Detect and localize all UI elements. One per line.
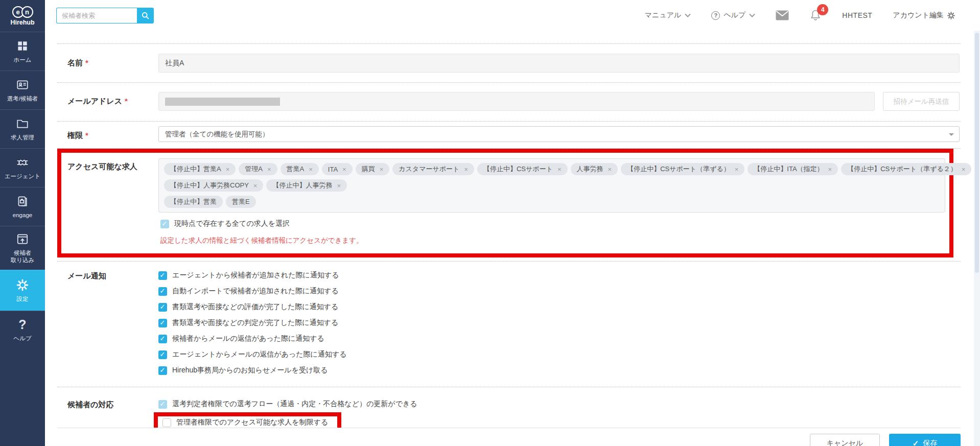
sidebar-item-job-management[interactable]: 求人管理	[0, 109, 45, 148]
save-button[interactable]: 保存	[889, 434, 961, 446]
mail-option-checkbox[interactable]: 書類選考や面接などの評価が完了した際に通知する	[158, 302, 961, 312]
sidebar-item-engage[interactable]: engage	[0, 187, 45, 226]
name-input[interactable]	[158, 54, 960, 73]
help-menu[interactable]: ヘルプ	[711, 11, 755, 20]
job-tag: 【停止中】営業A	[164, 163, 236, 175]
checkbox-unchecked-icon[interactable]	[162, 418, 171, 427]
sidebar-item-selection-candidates[interactable]: 選考/候補者	[0, 71, 45, 109]
selection-flow-update-checkbox[interactable]: 選考判定者権限での選考フロー（通過・内定・不合格など）の更新ができる	[158, 400, 961, 409]
select-all-jobs-label: 現時点で存在する全ての求人を選択	[174, 219, 290, 228]
main-content: 名前* メールアドレス* 招待メール再送信	[45, 31, 974, 446]
vertical-scrollbar[interactable]	[974, 31, 980, 446]
remove-tag-icon[interactable]	[309, 166, 313, 173]
sidebar-item-label: ホーム	[13, 56, 31, 63]
name-label-text: 名前	[67, 58, 83, 67]
manual-menu[interactable]: マニュアル	[645, 11, 691, 20]
logo-circle-n: n	[21, 6, 33, 18]
sidebar-item-label: 選考/候補者	[7, 95, 38, 102]
account-edit-form: 名前* メールアドレス* 招待メール再送信	[57, 43, 961, 446]
remove-tag-icon[interactable]	[226, 166, 230, 173]
sidebar-item-home[interactable]: ホーム	[0, 32, 45, 71]
sidebar-item-help[interactable]: ? ヘルプ	[0, 311, 45, 349]
save-button-label: 保存	[923, 439, 937, 446]
notifications-button[interactable]: 4	[809, 9, 822, 22]
sidebar-item-label: 候補者 取り込み	[11, 249, 35, 264]
checkbox-checked-disabled-icon[interactable]	[160, 220, 169, 228]
permission-label-text: 権限	[67, 131, 83, 139]
job-tag: 購買	[356, 163, 390, 175]
mail-option-label: 自動インポートで候補者が追加された際に通知する	[172, 287, 339, 296]
checkbox-checked-icon[interactable]	[158, 335, 167, 343]
accessible-jobs-row: アクセス可能な求人 【停止中】営業A 管理A 営業A ITA 購買 カスタマーサ…	[57, 149, 961, 262]
remove-tag-icon[interactable]	[608, 166, 612, 173]
remove-tag-icon[interactable]	[962, 166, 966, 173]
job-tag: 営業E	[226, 196, 256, 208]
permission-select[interactable]: 管理者（全ての機能を使用可能）	[158, 126, 960, 142]
account-edit-button[interactable]: アカウント編集	[893, 11, 955, 20]
remove-tag-icon[interactable]	[342, 166, 346, 173]
resend-invite-button[interactable]: 招待メール再送信	[883, 92, 960, 111]
sidebar-item-agent[interactable]: エージェント	[0, 148, 45, 187]
remove-tag-icon[interactable]	[267, 166, 271, 173]
job-tags-box[interactable]: 【停止中】営業A 管理A 営業A ITA 購買 カスタマーサポート 【停止中】C…	[158, 158, 945, 213]
checkbox-checked-icon[interactable]	[158, 287, 167, 296]
sidebar-item-label: 設定	[17, 295, 29, 302]
mail-option-checkbox[interactable]: エージェントからメールの返信があった際に通知する	[158, 350, 961, 359]
job-tag-label: 営業E	[232, 197, 250, 206]
mail-option-checkbox[interactable]: 自動インポートで候補者が追加された際に通知する	[158, 287, 961, 296]
email-row: メールアドレス* 招待メール再送信	[57, 83, 961, 122]
job-tag-label: 【停止中】CSサポート（準ずる２）	[847, 165, 957, 174]
jobs-access-note: 設定した求人の情報と紐づく候補者情報にアクセスができます。	[160, 236, 949, 245]
id-card-icon	[16, 78, 29, 91]
notification-badge: 4	[817, 4, 828, 15]
handshake-icon	[16, 156, 29, 169]
mail-option-label: エージェントからメールの返信があった際に通知する	[172, 350, 347, 359]
messages-button[interactable]	[776, 10, 789, 20]
remove-tag-icon[interactable]	[337, 182, 341, 190]
email-input[interactable]	[158, 92, 875, 111]
remove-tag-icon[interactable]	[464, 166, 468, 173]
restrict-admin-jobs-checkbox[interactable]: 管理者権限でのアクセス可能な求人を制限する	[162, 418, 328, 427]
sidebar: e n Hirehub ホーム 選考/候補者	[0, 0, 45, 446]
remove-tag-icon[interactable]	[735, 166, 739, 173]
topbar-right: マニュアル ヘルプ 4 HHTEST	[645, 9, 980, 22]
app-window: e n Hirehub ホーム 選考/候補者	[0, 0, 980, 446]
search-button[interactable]	[137, 8, 154, 24]
checkbox-checked-disabled-icon[interactable]	[158, 400, 167, 409]
sidebar-item-label-line1: 候補者	[11, 249, 35, 256]
checkbox-checked-icon[interactable]	[158, 303, 167, 312]
search-icon	[141, 11, 150, 20]
remove-tag-icon[interactable]	[828, 166, 832, 173]
hirehub-logo[interactable]: e n Hirehub	[0, 0, 45, 32]
mail-option-checkbox[interactable]: エージェントから候補者が追加された際に通知する	[158, 271, 961, 280]
mail-notification-label: メール通知	[57, 271, 158, 382]
job-tag: 人事労務	[571, 163, 618, 175]
logo-name: Hirehub	[10, 19, 34, 26]
sidebar-item-candidate-import[interactable]: 候補者 取り込み	[0, 226, 45, 270]
cancel-button[interactable]: キャンセル	[810, 434, 880, 446]
checkbox-checked-icon[interactable]	[158, 366, 167, 375]
sidebar-item-label: engage	[13, 212, 32, 219]
mail-option-checkbox[interactable]: 候補者からメールの返信があった際に通知する	[158, 334, 961, 343]
search-input[interactable]	[56, 8, 137, 24]
remove-tag-icon[interactable]	[380, 166, 384, 173]
candidate-handling-label-text: 候補者の対応	[67, 400, 113, 409]
job-tag: 【停止中】CSサポート	[477, 163, 568, 175]
checkbox-checked-icon[interactable]	[158, 319, 167, 327]
sidebar-item-settings[interactable]: 設定	[0, 270, 45, 311]
job-tag: カスタマーサポート	[392, 163, 474, 175]
mail-notification-label-text: メール通知	[67, 271, 106, 280]
mail-option-checkbox[interactable]: 書類選考や面接などの判定が完了した際に通知する	[158, 318, 961, 327]
select-all-jobs-checkbox[interactable]: 現時点で存在する全ての求人を選択	[160, 219, 949, 228]
checkbox-checked-icon[interactable]	[158, 271, 167, 280]
import-window-icon	[16, 232, 29, 246]
chevron-down-icon	[685, 13, 691, 17]
remove-tag-icon[interactable]	[557, 166, 562, 173]
scrollbar-thumb[interactable]	[975, 33, 979, 273]
name-label: 名前*	[57, 54, 158, 73]
remove-tag-icon[interactable]	[253, 182, 258, 190]
checkbox-checked-icon[interactable]	[158, 350, 167, 359]
mail-option-checkbox[interactable]: Hirehub事務局からのお知らせメールを受け取る	[158, 366, 961, 375]
job-tag: 【停止中】CSサポート（準ずる）	[621, 163, 744, 175]
job-tag: 【停止中】営業	[164, 196, 223, 208]
